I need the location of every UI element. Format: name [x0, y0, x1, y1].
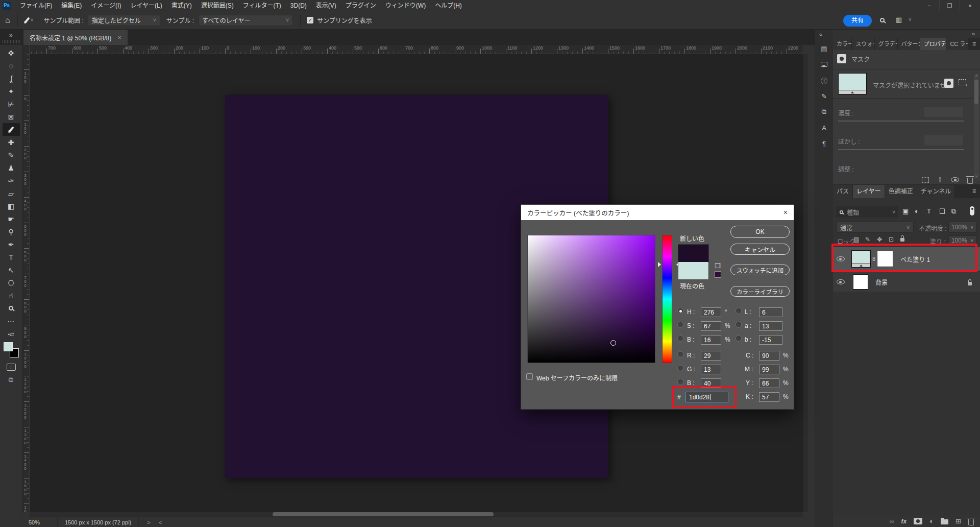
- sample-size-dropdown[interactable]: 指定したピクセル ˅: [88, 15, 160, 26]
- minimize-button[interactable]: −: [919, 0, 939, 11]
- link-layers-icon[interactable]: ∞: [890, 518, 894, 525]
- layer-row-background[interactable]: 背景: [833, 272, 980, 292]
- zoom-tool[interactable]: [3, 302, 20, 315]
- tab-チャンネル[interactable]: チャンネル: [917, 185, 955, 198]
- color-cursor[interactable]: [610, 340, 616, 346]
- websafe-checkbox[interactable]: [526, 373, 533, 380]
- opacity-dropdown[interactable]: 100% ˅: [948, 222, 976, 233]
- smudge-tool[interactable]: ☛: [3, 212, 20, 225]
- r-radio[interactable]: [677, 351, 683, 357]
- menu-item-6[interactable]: フィルター(T): [238, 0, 286, 11]
- ruler-corner[interactable]: [22, 45, 30, 54]
- filter-adjustment-icon[interactable]: ◐: [915, 207, 919, 215]
- current-color-swatch[interactable]: [678, 262, 708, 279]
- lock-paint-icon[interactable]: ✎: [865, 236, 870, 243]
- dialog-title-bar[interactable]: カラーピッカー (べた塗りのカラー) ×: [521, 205, 794, 220]
- color-libraries-button[interactable]: カラーライブラリ: [730, 286, 790, 297]
- density-value-box[interactable]: [924, 106, 964, 117]
- tab-プロパティ[interactable]: プロパティ: [920, 38, 947, 50]
- tab-スウォッ[interactable]: スウォッ: [852, 38, 875, 50]
- fill-layer-thumbnail[interactable]: [838, 73, 867, 94]
- lock-transparency-icon[interactable]: ▨: [853, 236, 859, 243]
- adjustment-layer-icon[interactable]: ◐: [929, 517, 934, 525]
- swap-colors-icon[interactable]: ▪⇄: [8, 331, 14, 337]
- b3-input[interactable]: -15: [759, 335, 782, 345]
- layer-filter-toggle[interactable]: [970, 206, 974, 215]
- background-thumbnail[interactable]: [853, 274, 868, 290]
- menu-item-10[interactable]: ウィンドウ(W): [381, 0, 430, 11]
- vertical-scrollbar[interactable]: [803, 54, 808, 512]
- object-selection-tool[interactable]: ✦: [3, 85, 20, 98]
- y-input[interactable]: 66: [759, 378, 779, 388]
- properties-scrollbar[interactable]: ˄˅: [974, 74, 979, 179]
- layer-filter-field[interactable]: 種類 ˅: [836, 206, 898, 218]
- layers-menu-icon[interactable]: ≡: [968, 185, 980, 198]
- character-panel-icon[interactable]: A: [818, 123, 830, 132]
- clone-source-panel-icon[interactable]: ⧉: [818, 107, 830, 116]
- menu-item-1[interactable]: 編集(E): [57, 0, 86, 11]
- lasso-tool[interactable]: ʆ: [3, 72, 20, 85]
- layer-visibility-cell[interactable]: [833, 279, 848, 284]
- apply-mask-icon[interactable]: ⇩: [937, 176, 943, 184]
- shape-tool[interactable]: ⎔: [3, 276, 20, 289]
- delete-layer-icon[interactable]: [968, 519, 974, 525]
- tab-パターン[interactable]: パターン: [898, 38, 920, 50]
- healing-brush-tool[interactable]: ✚: [3, 136, 20, 149]
- s-input[interactable]: 67: [701, 321, 721, 331]
- b2-input[interactable]: 40: [701, 378, 721, 388]
- saturation-brightness-field[interactable]: [527, 235, 655, 363]
- layer-visibility-cell[interactable]: [833, 256, 848, 261]
- new-group-icon[interactable]: [941, 519, 948, 524]
- tab-CC ライ[interactable]: CC ライ: [946, 38, 968, 50]
- restore-button[interactable]: ❐: [939, 0, 960, 11]
- close-button[interactable]: ×: [960, 0, 980, 11]
- share-button[interactable]: 共有: [843, 15, 872, 27]
- collapse-toolbar-icon[interactable]: »: [9, 32, 13, 39]
- tab-色調補正[interactable]: 色調補正: [885, 185, 917, 198]
- menu-item-0[interactable]: ファイル(F): [15, 0, 57, 11]
- g-radio[interactable]: [677, 365, 683, 371]
- menu-item-4[interactable]: 書式(Y): [167, 0, 197, 11]
- paragraph-panel-icon[interactable]: ¶: [818, 139, 830, 148]
- status-chevron-left[interactable]: <: [159, 519, 162, 525]
- menu-item-8[interactable]: 表示(V): [311, 0, 341, 11]
- lock-move-icon[interactable]: ✥: [877, 236, 882, 243]
- l-radio[interactable]: [736, 308, 742, 314]
- dodge-tool[interactable]: ⚲: [3, 225, 20, 238]
- brush-settings-panel-icon[interactable]: ✎: [818, 91, 830, 101]
- add-mask-button[interactable]: [944, 79, 953, 88]
- menu-item-5[interactable]: 選択範囲(S): [197, 0, 238, 11]
- hex-input[interactable]: 1d0d28: [685, 392, 728, 402]
- frame-tool[interactable]: ⊠: [3, 110, 20, 123]
- fill-dropdown[interactable]: 100% ˅: [948, 235, 976, 246]
- layer-style-icon[interactable]: fx: [901, 518, 907, 525]
- b2-radio[interactable]: [677, 379, 683, 385]
- move-tool[interactable]: ✥: [3, 46, 20, 59]
- g-input[interactable]: 13: [701, 365, 721, 374]
- brush-tool[interactable]: ✎: [3, 149, 20, 161]
- expand-panels-icon[interactable]: «: [819, 31, 822, 37]
- sample-dropdown[interactable]: すべてのレイヤー ˅: [198, 15, 293, 26]
- menu-item-7[interactable]: 3D(D): [286, 0, 311, 11]
- dialog-close-icon[interactable]: ×: [783, 208, 788, 217]
- quick-mask-icon[interactable]: ◌: [7, 364, 16, 371]
- layer-row-fill[interactable]: 8 べた塗り 1: [833, 247, 980, 271]
- filter-shape-icon[interactable]: ❏: [939, 207, 945, 215]
- home-icon[interactable]: ⌂: [5, 16, 10, 25]
- layer-name[interactable]: べた塗り 1: [900, 255, 930, 264]
- crop-tool[interactable]: ⊬: [3, 98, 20, 110]
- history-brush-tool[interactable]: ✑: [3, 174, 20, 187]
- web-color-swatch[interactable]: [715, 271, 721, 278]
- tab-レイヤー[interactable]: レイヤー: [853, 185, 885, 198]
- status-chevron-right[interactable]: >: [147, 519, 150, 525]
- blend-mode-dropdown[interactable]: 通常 ˅: [836, 222, 914, 233]
- new-layer-icon[interactable]: ⊞: [955, 517, 961, 525]
- b3-radio[interactable]: [736, 336, 742, 342]
- h-input[interactable]: 276: [701, 307, 721, 317]
- menu-item-3[interactable]: レイヤー(L): [126, 0, 166, 11]
- filter-type-icon[interactable]: T: [927, 207, 931, 215]
- comments-panel-icon[interactable]: [818, 60, 830, 69]
- m-input[interactable]: 99: [759, 365, 779, 374]
- feather-slider[interactable]: [838, 149, 964, 150]
- gradient-tool[interactable]: ◧: [3, 200, 20, 212]
